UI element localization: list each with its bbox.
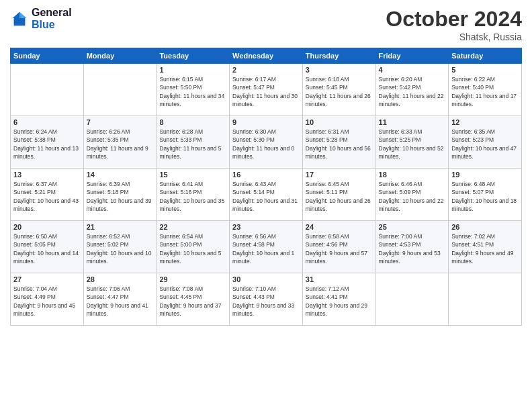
calendar-table: Sunday Monday Tuesday Wednesday Thursday…	[10, 48, 522, 326]
day-number: 26	[451, 223, 519, 231]
calendar-cell: 13Sunrise: 6:37 AM Sunset: 5:21 PM Dayli…	[11, 169, 84, 221]
month-title: October 2024	[386, 7, 522, 32]
col-friday: Friday	[375, 48, 449, 64]
calendar-cell: 10Sunrise: 6:31 AM Sunset: 5:28 PM Dayli…	[302, 116, 375, 169]
cell-content: Sunrise: 6:45 AM Sunset: 5:11 PM Dayligh…	[306, 180, 373, 213]
cell-content: Sunrise: 6:58 AM Sunset: 4:56 PM Dayligh…	[306, 232, 373, 265]
day-number: 20	[13, 223, 81, 231]
calendar-cell: 28Sunrise: 7:06 AM Sunset: 4:47 PM Dayli…	[83, 273, 157, 326]
calendar-page: General Blue October 2024 Shatsk, Russia…	[0, 0, 532, 411]
cell-content: Sunrise: 7:08 AM Sunset: 4:45 PM Dayligh…	[159, 285, 226, 318]
day-number: 21	[87, 223, 154, 231]
day-number: 3	[306, 66, 373, 74]
cell-content: Sunrise: 6:20 AM Sunset: 5:42 PM Dayligh…	[379, 75, 446, 108]
day-number: 6	[13, 118, 81, 126]
cell-content: Sunrise: 7:02 AM Sunset: 4:51 PM Dayligh…	[451, 232, 519, 265]
calendar-cell: 8Sunrise: 6:28 AM Sunset: 5:33 PM Daylig…	[157, 116, 230, 169]
calendar-cell: 12Sunrise: 6:35 AM Sunset: 5:23 PM Dayli…	[449, 116, 522, 169]
calendar-week-3: 13Sunrise: 6:37 AM Sunset: 5:21 PM Dayli…	[11, 169, 522, 221]
day-number: 10	[306, 118, 373, 126]
location: Shatsk, Russia	[386, 32, 522, 42]
col-wednesday: Wednesday	[230, 48, 303, 64]
calendar-cell: 24Sunrise: 6:58 AM Sunset: 4:56 PM Dayli…	[302, 221, 375, 273]
cell-content: Sunrise: 6:31 AM Sunset: 5:28 PM Dayligh…	[306, 128, 373, 161]
day-number: 2	[232, 66, 300, 74]
day-number: 4	[379, 66, 446, 74]
calendar-cell: 1Sunrise: 6:15 AM Sunset: 5:50 PM Daylig…	[157, 64, 230, 116]
calendar-cell: 23Sunrise: 6:56 AM Sunset: 4:58 PM Dayli…	[230, 221, 303, 273]
day-number: 23	[232, 223, 300, 231]
calendar-cell: 2Sunrise: 6:17 AM Sunset: 5:47 PM Daylig…	[230, 64, 303, 116]
calendar-cell: 29Sunrise: 7:08 AM Sunset: 4:45 PM Dayli…	[157, 273, 230, 326]
cell-content: Sunrise: 7:10 AM Sunset: 4:43 PM Dayligh…	[232, 285, 300, 318]
calendar-cell: 14Sunrise: 6:39 AM Sunset: 5:18 PM Dayli…	[83, 169, 157, 221]
calendar-cell: 19Sunrise: 6:48 AM Sunset: 5:07 PM Dayli…	[449, 169, 522, 221]
calendar-cell: 5Sunrise: 6:22 AM Sunset: 5:40 PM Daylig…	[449, 64, 522, 116]
cell-content: Sunrise: 6:46 AM Sunset: 5:09 PM Dayligh…	[379, 180, 446, 213]
cell-content: Sunrise: 7:06 AM Sunset: 4:47 PM Dayligh…	[87, 285, 154, 318]
cell-content: Sunrise: 6:17 AM Sunset: 5:47 PM Dayligh…	[232, 75, 300, 108]
cell-content: Sunrise: 7:04 AM Sunset: 4:49 PM Dayligh…	[13, 285, 81, 318]
day-number: 13	[13, 171, 81, 179]
day-number: 16	[232, 171, 300, 179]
calendar-cell: 3Sunrise: 6:18 AM Sunset: 5:45 PM Daylig…	[302, 64, 375, 116]
calendar-cell: 4Sunrise: 6:20 AM Sunset: 5:42 PM Daylig…	[375, 64, 449, 116]
cell-content: Sunrise: 7:12 AM Sunset: 4:41 PM Dayligh…	[306, 285, 373, 318]
cell-content: Sunrise: 6:15 AM Sunset: 5:50 PM Dayligh…	[159, 75, 226, 108]
calendar-cell: 17Sunrise: 6:45 AM Sunset: 5:11 PM Dayli…	[302, 169, 375, 221]
calendar-cell	[83, 64, 157, 116]
col-thursday: Thursday	[302, 48, 375, 64]
title-block: October 2024 Shatsk, Russia	[386, 7, 522, 42]
day-number: 24	[306, 223, 373, 231]
logo: General Blue	[10, 7, 72, 30]
calendar-cell: 9Sunrise: 6:30 AM Sunset: 5:30 PM Daylig…	[230, 116, 303, 169]
day-number: 1	[159, 66, 226, 74]
cell-content: Sunrise: 6:50 AM Sunset: 5:05 PM Dayligh…	[13, 232, 81, 265]
day-number: 31	[306, 275, 373, 283]
calendar-week-2: 6Sunrise: 6:24 AM Sunset: 5:38 PM Daylig…	[11, 116, 522, 169]
cell-content: Sunrise: 7:00 AM Sunset: 4:53 PM Dayligh…	[379, 232, 446, 265]
day-number: 28	[87, 275, 154, 283]
cell-content: Sunrise: 6:30 AM Sunset: 5:30 PM Dayligh…	[232, 128, 300, 161]
calendar-cell: 6Sunrise: 6:24 AM Sunset: 5:38 PM Daylig…	[11, 116, 84, 169]
cell-content: Sunrise: 6:26 AM Sunset: 5:35 PM Dayligh…	[87, 128, 154, 161]
day-number: 17	[306, 171, 373, 179]
cell-content: Sunrise: 6:39 AM Sunset: 5:18 PM Dayligh…	[87, 180, 154, 213]
cell-content: Sunrise: 6:18 AM Sunset: 5:45 PM Dayligh…	[306, 75, 373, 108]
calendar-week-5: 27Sunrise: 7:04 AM Sunset: 4:49 PM Dayli…	[11, 273, 522, 326]
day-number: 15	[159, 171, 226, 179]
header: General Blue October 2024 Shatsk, Russia	[10, 7, 522, 42]
day-number: 5	[451, 66, 519, 74]
day-number: 11	[379, 118, 446, 126]
calendar-cell: 18Sunrise: 6:46 AM Sunset: 5:09 PM Dayli…	[375, 169, 449, 221]
day-number: 8	[159, 118, 226, 126]
calendar-cell	[11, 64, 84, 116]
calendar-week-4: 20Sunrise: 6:50 AM Sunset: 5:05 PM Dayli…	[11, 221, 522, 273]
calendar-cell: 25Sunrise: 7:00 AM Sunset: 4:53 PM Dayli…	[375, 221, 449, 273]
col-tuesday: Tuesday	[157, 48, 230, 64]
cell-content: Sunrise: 6:22 AM Sunset: 5:40 PM Dayligh…	[451, 75, 519, 108]
cell-content: Sunrise: 6:37 AM Sunset: 5:21 PM Dayligh…	[13, 180, 81, 213]
calendar-cell: 21Sunrise: 6:52 AM Sunset: 5:02 PM Dayli…	[83, 221, 157, 273]
cell-content: Sunrise: 6:56 AM Sunset: 4:58 PM Dayligh…	[232, 232, 300, 265]
cell-content: Sunrise: 6:54 AM Sunset: 5:00 PM Dayligh…	[159, 232, 226, 265]
day-number: 7	[87, 118, 154, 126]
cell-content: Sunrise: 6:35 AM Sunset: 5:23 PM Dayligh…	[451, 128, 519, 161]
day-number: 25	[379, 223, 446, 231]
day-number: 22	[159, 223, 226, 231]
svg-marker-1	[19, 11, 26, 17]
cell-content: Sunrise: 6:48 AM Sunset: 5:07 PM Dayligh…	[451, 180, 519, 213]
calendar-cell: 11Sunrise: 6:33 AM Sunset: 5:25 PM Dayli…	[375, 116, 449, 169]
day-number: 30	[232, 275, 300, 283]
calendar-cell	[375, 273, 449, 326]
calendar-cell: 27Sunrise: 7:04 AM Sunset: 4:49 PM Dayli…	[11, 273, 84, 326]
col-saturday: Saturday	[449, 48, 522, 64]
header-row: Sunday Monday Tuesday Wednesday Thursday…	[11, 48, 522, 64]
calendar-cell	[449, 273, 522, 326]
day-number: 12	[451, 118, 519, 126]
calendar-cell: 30Sunrise: 7:10 AM Sunset: 4:43 PM Dayli…	[230, 273, 303, 326]
logo-text: General Blue	[32, 7, 72, 30]
day-number: 27	[13, 275, 81, 283]
cell-content: Sunrise: 6:43 AM Sunset: 5:14 PM Dayligh…	[232, 180, 300, 213]
cell-content: Sunrise: 6:28 AM Sunset: 5:33 PM Dayligh…	[159, 128, 226, 161]
